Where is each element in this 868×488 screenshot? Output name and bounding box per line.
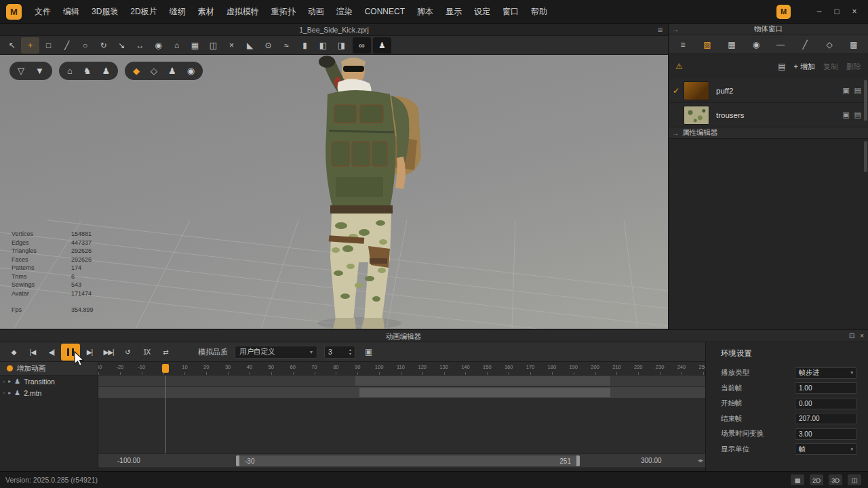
avatar-3d[interactable] [288, 55, 465, 329]
app-logo-icon[interactable]: M [6, 4, 22, 20]
go-to-end-button[interactable]: ▶▶| [99, 344, 118, 361]
playhead-marker[interactable] [162, 364, 169, 373]
show-mannequin-icon[interactable]: ♟ [168, 66, 176, 76]
keyframe-options-button[interactable]: ◆ [4, 344, 23, 361]
track-2.mtn[interactable]: ▫▸♟2.mtn [0, 387, 98, 399]
track-Transition[interactable]: ▫▸♟Transition [0, 375, 98, 387]
avatar-tool-icon[interactable]: ◉ [149, 37, 167, 54]
3d-view-button[interactable]: 3D [829, 474, 842, 485]
viewport-titlebar[interactable]: 1_Bee_Side_Kick.zprj ⊞ [0, 24, 668, 36]
layer-icon[interactable]: ▤ [854, 110, 861, 119]
viewport-dock-icon[interactable]: ⊞ [657, 24, 663, 36]
float-window-icon[interactable]: ⊡ [849, 330, 854, 342]
menu-item-文件[interactable]: 文件 [28, 0, 57, 23]
measure-tool-icon[interactable]: ◣ [241, 37, 259, 54]
material-sphere-tab[interactable]: ◉ [746, 37, 766, 53]
glasses-tool-icon[interactable]: ∞ [353, 37, 371, 54]
brush-tool-icon[interactable]: ╱ [58, 37, 76, 54]
menu-item-虚拟模特[interactable]: 虚拟模特 [220, 0, 265, 23]
scrollbar[interactable] [864, 141, 867, 172]
menu-item-渲染[interactable]: 渲染 [330, 0, 359, 23]
object-item-puff2[interactable]: ✓puff2▣▤ [669, 79, 868, 103]
show-fabric-icon[interactable]: ◆ [133, 66, 140, 76]
left-view-tool-icon[interactable]: ◧ [314, 37, 332, 54]
stepper-arrows-icon[interactable]: ▴▾ [349, 348, 351, 356]
topstitch-tab[interactable]: ▩ [844, 37, 864, 53]
field-number[interactable]: 207.00 [795, 413, 857, 424]
step-mode-button[interactable]: ⇄ [156, 344, 175, 361]
close-button[interactable]: × [846, 0, 863, 23]
menu-item-CONNECT[interactable]: CONNECT [359, 0, 411, 23]
play-speed-button[interactable]: 1X [137, 344, 156, 361]
grid-view-button[interactable]: ▦ [791, 474, 804, 485]
timeline[interactable]: -30-20-100102030405060708090100110120130… [98, 362, 705, 468]
range-arrows-icon[interactable]: ◂▸ [698, 457, 703, 464]
layer-icon[interactable]: ▤ [854, 86, 861, 95]
scrollbar[interactable] [864, 80, 867, 121]
menu-item-动画[interactable]: 动画 [302, 0, 330, 23]
2d-view-button[interactable]: 2D [810, 474, 823, 485]
menu-item-窗口[interactable]: 窗口 [496, 0, 525, 23]
pose-tool-icon[interactable]: ♟ [373, 37, 391, 54]
track-checkbox-icon[interactable]: ▫ [3, 390, 5, 396]
menu-item-设定[interactable]: 设定 [468, 0, 496, 23]
close-icon[interactable]: × [860, 330, 864, 342]
menu-item-素材[interactable]: 素材 [192, 0, 220, 23]
maximize-button[interactable]: □ [829, 0, 845, 23]
timeline-ruler[interactable]: -30-20-100102030405060708090100110120130… [98, 362, 705, 375]
field-number[interactable]: 3.00 [795, 428, 857, 440]
sim-quality-dropdown[interactable]: 用户自定义 ▾ [235, 346, 317, 359]
animation-clip[interactable] [359, 388, 610, 397]
home-view-tool-icon[interactable]: ⌂ [167, 37, 186, 54]
animation-clip[interactable] [355, 376, 610, 386]
pin-tool-icon[interactable]: ⊙ [259, 37, 277, 54]
garment-list-tab[interactable]: ≡ [673, 37, 693, 53]
show-avatar-icon[interactable]: ♟ [102, 66, 110, 76]
show-globe-icon[interactable]: ◉ [187, 66, 195, 76]
track-checkbox-icon[interactable]: ▫ [3, 378, 5, 385]
pen-tab[interactable]: ╱ [795, 37, 815, 53]
check-icon[interactable]: ✓ [669, 86, 684, 96]
select-tool-icon[interactable]: ↖ [3, 37, 21, 54]
menu-item-3D服装[interactable]: 3D服装 [85, 0, 124, 23]
menu-item-缝纫[interactable]: 缝纫 [163, 0, 192, 23]
copy-button[interactable]: 复制 [823, 62, 838, 72]
freeze-toggle-icon[interactable]: ▣ [842, 86, 849, 95]
expand-icon[interactable]: ▸ [8, 390, 11, 396]
field-number[interactable]: 1.00 [795, 382, 857, 394]
cut-tool-icon[interactable]: × [222, 37, 241, 54]
loop-button[interactable]: ↺ [118, 344, 137, 361]
show-scene-icon[interactable]: ⌂ [67, 66, 73, 76]
lasso-select-tool-icon[interactable]: ○ [76, 37, 94, 54]
field-number[interactable]: 0.00 [795, 398, 857, 409]
account-badge-icon[interactable]: M [776, 5, 791, 19]
add-button[interactable]: + 增加 [794, 62, 815, 72]
grid-tool-icon[interactable]: ▦ [186, 37, 204, 54]
menu-item-显示[interactable]: 显示 [439, 0, 468, 23]
field-dropdown[interactable]: 帧▾ [795, 443, 857, 455]
menu-item-脚本[interactable]: 脚本 [411, 0, 439, 23]
right-view-tool-icon[interactable]: ◨ [332, 37, 351, 54]
rotate-view-tool-icon[interactable]: ↻ [94, 37, 113, 54]
scale-tool-icon[interactable]: ↘ [113, 37, 131, 54]
show-garment-fill-icon[interactable]: ▼ [35, 66, 44, 76]
seam-tab[interactable]: — [770, 37, 791, 53]
menu-item-2D板片[interactable]: 2D板片 [124, 0, 163, 23]
wind-tool-icon[interactable]: ≈ [277, 37, 296, 54]
expand-panel-icon[interactable]: → [669, 129, 682, 137]
minimize-button[interactable]: – [811, 0, 827, 23]
menu-item-重拓扑[interactable]: 重拓扑 [265, 0, 302, 23]
animation-editor-titlebar[interactable]: 动画编辑器 ⊡ × [0, 330, 868, 342]
delete-button[interactable]: 删除 [846, 62, 861, 72]
move-gizmo-tool-icon[interactable]: + [21, 37, 39, 54]
previous-frame-button[interactable]: ◀| [42, 344, 61, 361]
show-garment-icon[interactable]: ▽ [18, 66, 24, 76]
pressure-tool-icon[interactable]: ▮ [296, 37, 314, 54]
patch-icon[interactable]: ▣ [365, 347, 372, 357]
show-prop-icon[interactable]: ♞ [83, 66, 92, 76]
expand-icon[interactable]: ▸ [8, 378, 11, 384]
substep-stepper[interactable]: 3 ▴▾ [324, 346, 355, 359]
panel-layout-button[interactable]: ◫ [848, 474, 861, 485]
field-dropdown[interactable]: 帧步进▾ [795, 367, 857, 379]
folder-icon[interactable]: ▤ [778, 62, 785, 71]
